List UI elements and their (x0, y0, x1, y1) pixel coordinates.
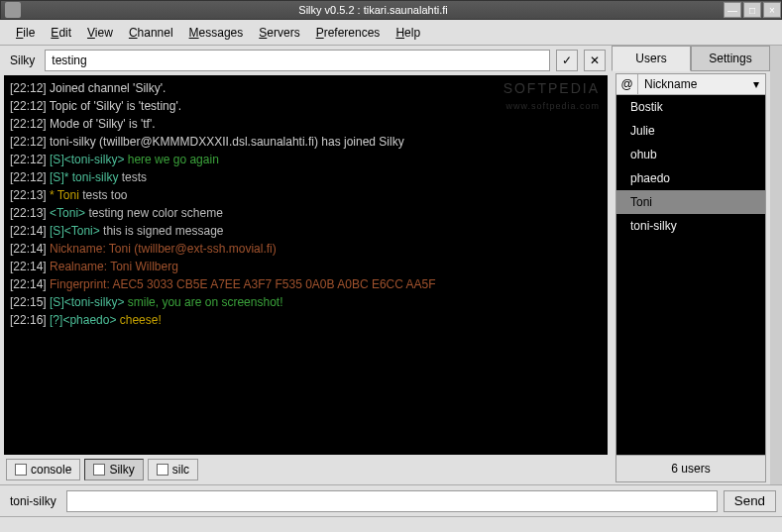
log-line: [22:14] Realname: Toni Willberg (10, 258, 602, 275)
window-title: Silky v0.5.2 : tikari.saunalahti.fi (25, 4, 722, 16)
maximize-button[interactable]: □ (743, 2, 761, 18)
send-button[interactable]: Send (724, 490, 776, 512)
user-list-item[interactable]: Bostik (616, 95, 765, 119)
cancel-topic-button[interactable]: ✕ (584, 50, 606, 71)
sidebar-tab-settings[interactable]: Settings (691, 46, 770, 71)
log-line: [22:12] Mode of 'Silky' is 'tf'. (10, 115, 602, 133)
menu-help[interactable]: Help (388, 22, 428, 44)
menu-preferences[interactable]: Preferences (308, 22, 389, 44)
menubar: File Edit View Channel Messages Servers … (0, 20, 782, 46)
chat-log: SOFTPEDIA www.softpedia.com [22:12] Join… (4, 75, 608, 455)
log-line: [22:15] [S]<toni-silky> smile, you are o… (10, 293, 602, 311)
user-list-item[interactable]: phaedo (616, 166, 765, 190)
channel-name-label: Silky (6, 53, 39, 67)
tab-console[interactable]: console (6, 459, 80, 480)
log-line: [22:14] Fingerprint: AEC5 3033 CB5E A7EE… (10, 275, 602, 293)
menu-view[interactable]: View (79, 22, 121, 44)
topic-input[interactable] (45, 50, 550, 71)
tab-icon (15, 464, 27, 476)
log-line: [22:14] [S]<Toni> this is signed message (10, 222, 602, 240)
userlist-header-mode[interactable]: @ (616, 74, 638, 94)
tab-icon (93, 464, 105, 476)
close-button[interactable]: × (763, 2, 781, 18)
tab-silky[interactable]: Silky (84, 459, 143, 480)
log-line: [22:12] [S]* toni-silky tests (10, 168, 602, 186)
menu-file[interactable]: File (8, 22, 43, 44)
userlist-header-nick[interactable]: Nickname ▾ (638, 74, 765, 94)
menu-edit[interactable]: Edit (43, 22, 79, 44)
menu-servers[interactable]: Servers (251, 22, 307, 44)
log-line: [22:16] [?]<phaedo> cheese! (10, 311, 602, 329)
log-line: [22:13] * Toni tests too (10, 186, 602, 204)
tab-icon (157, 464, 168, 476)
user-list-item[interactable]: Julie (616, 119, 765, 143)
menu-messages[interactable]: Messages (181, 22, 252, 44)
user-list-item[interactable]: toni-silky (616, 214, 765, 238)
watermark: SOFTPEDIA www.softpedia.com (503, 79, 600, 115)
log-line: [22:14] Nickname: Toni (twillber@ext-ssh… (10, 240, 602, 258)
sidebar-tab-users[interactable]: Users (612, 46, 691, 71)
sidebar-scrollbar[interactable] (770, 46, 782, 484)
log-line: [22:12] toni-silky (twillber@KMMMDXXXII.… (10, 133, 602, 151)
status-bar (0, 516, 782, 532)
menu-channel[interactable]: Channel (121, 22, 181, 44)
user-list: BostikJulieohubphaedoTonitoni-silky (616, 95, 765, 455)
app-icon (5, 2, 21, 18)
message-input[interactable] (66, 490, 718, 512)
apply-topic-button[interactable]: ✓ (556, 50, 578, 71)
dropdown-icon: ▾ (753, 77, 759, 91)
title-bar: Silky v0.5.2 : tikari.saunalahti.fi — □ … (0, 0, 782, 20)
log-line: [22:12] [S]<toni-silky> here we go again (10, 151, 602, 168)
channel-tabs: console Silky silc (0, 455, 612, 484)
own-nick-label: toni-silky (6, 494, 60, 508)
user-count-label: 6 users (616, 455, 765, 481)
log-line: [22:13] <Toni> testing new color scheme (10, 204, 602, 222)
minimize-button[interactable]: — (724, 2, 741, 18)
tab-silc[interactable]: silc (148, 459, 198, 480)
user-list-item[interactable]: ohub (616, 143, 765, 166)
user-list-item[interactable]: Toni (616, 190, 765, 214)
